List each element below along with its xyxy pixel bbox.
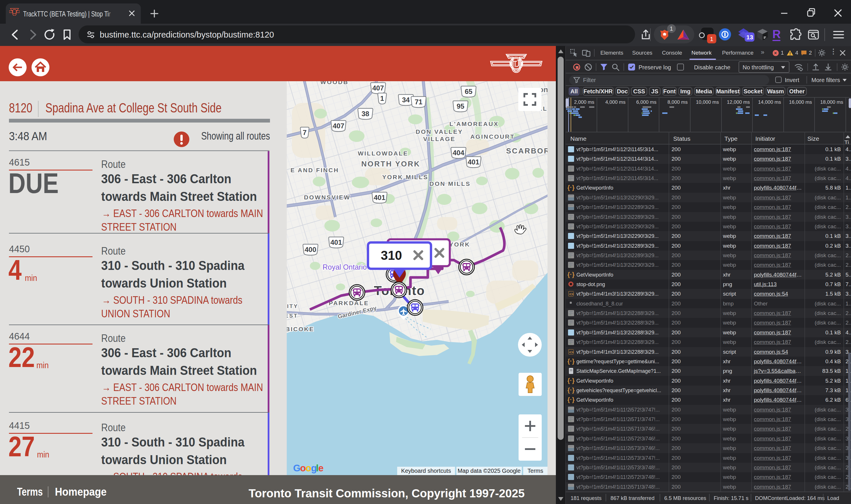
svg-text:DOWNSVIEW: DOWNSVIEW bbox=[304, 194, 350, 201]
svg-text:o: o bbox=[300, 463, 305, 473]
svg-text:404: 404 bbox=[453, 149, 464, 157]
svg-text:G: G bbox=[293, 463, 300, 473]
svg-text:95: 95 bbox=[457, 102, 464, 110]
svg-text:65: 65 bbox=[465, 88, 473, 95]
svg-text:L'AMOREAUX: L'AMOREAUX bbox=[449, 121, 499, 127]
svg-text:401: 401 bbox=[468, 158, 479, 166]
svg-text:DON VALLEY: DON VALLEY bbox=[416, 128, 463, 135]
svg-text:Keyboard shortcuts: Keyboard shortcuts bbox=[401, 468, 451, 474]
svg-text:o: o bbox=[305, 463, 311, 473]
svg-text:NORTH YORK: NORTH YORK bbox=[361, 160, 420, 168]
svg-text:310: 310 bbox=[381, 248, 402, 263]
svg-text:SCARBOROUGH: SCARBOROUGH bbox=[506, 146, 548, 155]
svg-text:34: 34 bbox=[402, 96, 410, 104]
svg-text:E AND FINCH: E AND FINCH bbox=[290, 167, 339, 174]
svg-text:AGINCOURT: AGINCOURT bbox=[470, 133, 515, 140]
svg-text:CITY: CITY bbox=[287, 303, 298, 309]
svg-text:VILLAGE: VILLAGE bbox=[423, 136, 456, 142]
svg-text:401: 401 bbox=[374, 194, 385, 201]
svg-text:TOBICOKE: TOBICOKE bbox=[287, 326, 314, 332]
svg-text:WILLOWDALE: WILLOWDALE bbox=[358, 150, 408, 157]
svg-text:Map data ©2025 Google: Map data ©2025 Google bbox=[458, 468, 520, 474]
svg-text:PARKDALE: PARKDALE bbox=[329, 300, 369, 306]
svg-text:407: 407 bbox=[372, 84, 384, 92]
svg-text:407: 407 bbox=[333, 122, 344, 130]
svg-text:Terms: Terms bbox=[528, 468, 543, 474]
svg-text:e: e bbox=[318, 463, 323, 473]
svg-text:YORK MILLS: YORK MILLS bbox=[382, 174, 428, 180]
svg-text:DON MILLS: DON MILLS bbox=[429, 180, 471, 187]
svg-text:401: 401 bbox=[331, 238, 342, 246]
svg-text:1: 1 bbox=[380, 94, 384, 102]
svg-text:400: 400 bbox=[305, 246, 316, 253]
svg-text:VEST: VEST bbox=[287, 313, 298, 319]
svg-text:38: 38 bbox=[361, 110, 369, 118]
svg-text:WOODB: WOODB bbox=[320, 81, 349, 85]
svg-text:71: 71 bbox=[415, 98, 423, 106]
svg-text:l: l bbox=[316, 463, 318, 473]
svg-text:7: 7 bbox=[303, 129, 306, 137]
